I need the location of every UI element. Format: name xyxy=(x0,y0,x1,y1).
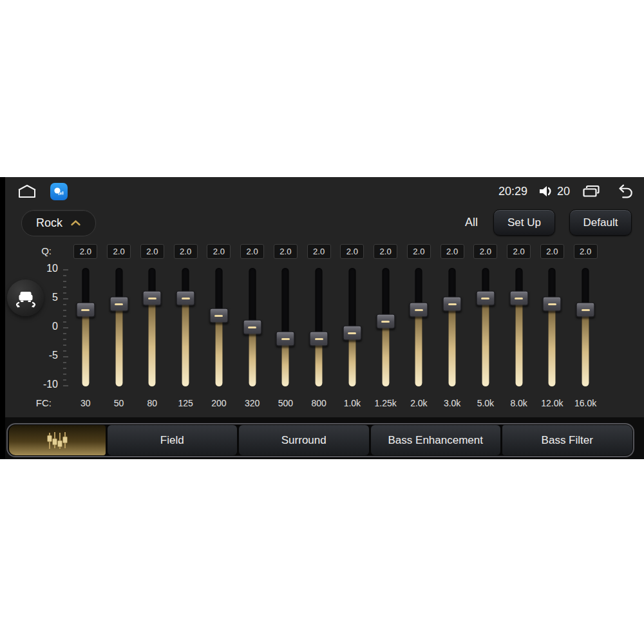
slider-thumb-500[interactable] xyxy=(276,332,295,346)
eq-slider-320[interactable] xyxy=(236,263,269,392)
eq-slider-1.25k[interactable] xyxy=(369,263,402,392)
eq-slider-16.0k[interactable] xyxy=(569,263,602,392)
eq-slider-8.0k[interactable] xyxy=(502,263,536,392)
default-button[interactable]: Default xyxy=(569,209,632,236)
fc-cell: 1.0k xyxy=(336,397,369,410)
tab-bass-enhancement[interactable]: Bass Enhancement xyxy=(371,425,501,455)
slider-cell xyxy=(236,263,269,392)
q-value-box-80[interactable]: 2.0 xyxy=(140,244,164,259)
recent-apps-icon[interactable] xyxy=(581,184,601,199)
eq-slider-12.0k[interactable] xyxy=(536,263,569,392)
eq-slider-50[interactable] xyxy=(102,263,136,392)
slider-cell xyxy=(536,263,569,392)
car-surround-button[interactable] xyxy=(7,279,44,316)
eq-slider-5.0k[interactable] xyxy=(469,263,502,392)
speaker-icon xyxy=(538,184,554,198)
slider-thumb-2.0k[interactable] xyxy=(410,303,428,317)
slider-cell xyxy=(369,263,402,392)
slider-thumb-200[interactable] xyxy=(209,308,228,323)
volume-indicator[interactable]: 20 xyxy=(538,184,570,198)
frequency-label: 5.0k xyxy=(477,398,494,408)
frequency-labels-row: 3050801252003205008001.0k1.25k2.0k3.0k5.… xyxy=(69,397,602,410)
eq-slider-800[interactable] xyxy=(302,263,336,392)
eq-slider-30[interactable] xyxy=(69,263,102,392)
slider-thumb-800[interactable] xyxy=(310,332,328,346)
eq-slider-3.0k[interactable] xyxy=(435,263,469,392)
slider-thumb-5.0k[interactable] xyxy=(476,291,495,306)
eq-slider-80[interactable] xyxy=(136,263,169,392)
q-cell: 2.0 xyxy=(469,244,502,259)
slider-cell xyxy=(402,263,436,392)
q-value-box-800[interactable]: 2.0 xyxy=(307,244,331,259)
tab-bar: FieldSurroundBass EnhancementBass Filter xyxy=(6,423,634,457)
q-value-box-3.0k[interactable]: 2.0 xyxy=(440,244,464,259)
preset-selector[interactable]: Rock xyxy=(21,210,96,236)
q-value-box-500[interactable]: 2.0 xyxy=(274,244,298,259)
slider-thumb-320[interactable] xyxy=(243,320,261,335)
fc-cell: 200 xyxy=(202,397,236,410)
head-unit-screen: 20:29 20 xyxy=(0,177,644,459)
frequency-label: 2.0k xyxy=(410,398,427,408)
frequency-label: 30 xyxy=(80,398,91,408)
q-value-box-30[interactable]: 2.0 xyxy=(73,244,97,259)
q-value-box-2.0k[interactable]: 2.0 xyxy=(407,244,431,259)
back-icon[interactable] xyxy=(612,183,634,200)
slider-thumb-1.0k[interactable] xyxy=(343,326,361,341)
tab-field[interactable]: Field xyxy=(108,425,238,455)
slider-thumb-16.0k[interactable] xyxy=(576,303,595,317)
slider-thumb-1.25k[interactable] xyxy=(376,314,395,329)
all-button[interactable]: All xyxy=(464,216,479,229)
eq-slider-2.0k[interactable] xyxy=(402,263,436,392)
q-value-box-320[interactable]: 2.0 xyxy=(240,244,264,259)
slider-fill xyxy=(449,304,456,386)
q-value-box-8.0k[interactable]: 2.0 xyxy=(507,244,531,259)
q-cell: 2.0 xyxy=(102,244,136,259)
clock: 20:29 xyxy=(498,185,527,198)
fc-cell: 80 xyxy=(136,397,169,410)
home-icon[interactable] xyxy=(17,184,37,199)
preset-label: Rock xyxy=(36,216,62,230)
q-value-box-1.0k[interactable]: 2.0 xyxy=(340,244,364,259)
q-value-box-50[interactable]: 2.0 xyxy=(107,244,131,259)
slider-thumb-80[interactable] xyxy=(143,291,162,306)
fc-cell: 3.0k xyxy=(435,397,469,410)
slider-thumb-30[interactable] xyxy=(76,303,95,317)
slider-cell xyxy=(469,263,502,392)
q-value-box-12.0k[interactable]: 2.0 xyxy=(540,244,564,259)
setup-button[interactable]: Set Up xyxy=(493,209,555,236)
fc-cell: 50 xyxy=(102,397,136,410)
tab-label: Field xyxy=(160,434,184,447)
frequency-label: 50 xyxy=(114,398,124,408)
q-value-box-1.25k[interactable]: 2.0 xyxy=(374,244,397,259)
voice-assistant-app-icon[interactable] xyxy=(50,183,68,200)
equalizer-sliders xyxy=(69,263,602,392)
tab-equalizer[interactable] xyxy=(9,425,106,455)
eq-slider-1.0k[interactable] xyxy=(336,263,369,392)
q-values-row: 2.02.02.02.02.02.02.02.02.02.02.02.02.02… xyxy=(69,244,602,259)
eq-slider-200[interactable] xyxy=(202,263,236,392)
q-row-caption: Q: xyxy=(22,245,52,256)
eq-slider-125[interactable] xyxy=(169,263,202,392)
q-value-box-200[interactable]: 2.0 xyxy=(207,244,231,259)
q-value-box-125[interactable]: 2.0 xyxy=(174,244,198,259)
tab-surround[interactable]: Surround xyxy=(239,425,369,455)
q-cell: 2.0 xyxy=(169,244,202,259)
screenshot-canvas: 20:29 20 xyxy=(0,0,644,644)
frequency-label: 3.0k xyxy=(444,398,460,408)
db-tick xyxy=(63,275,66,276)
q-cell: 2.0 xyxy=(236,244,269,259)
eq-slider-500[interactable] xyxy=(269,263,303,392)
slider-thumb-50[interactable] xyxy=(109,297,128,312)
tab-bass-filter[interactable]: Bass Filter xyxy=(502,425,632,455)
slider-thumb-8.0k[interactable] xyxy=(509,291,528,306)
slider-thumb-125[interactable] xyxy=(176,291,195,306)
db-axis-label: -10 xyxy=(30,379,58,390)
q-value-box-5.0k[interactable]: 2.0 xyxy=(473,244,497,259)
slider-thumb-3.0k[interactable] xyxy=(443,297,462,312)
fc-cell: 320 xyxy=(236,397,269,410)
db-tick xyxy=(63,292,66,294)
q-value-box-16.0k[interactable]: 2.0 xyxy=(574,244,598,259)
slider-cell xyxy=(302,263,336,392)
slider-thumb-12.0k[interactable] xyxy=(543,297,562,312)
slider-fill xyxy=(182,298,189,386)
